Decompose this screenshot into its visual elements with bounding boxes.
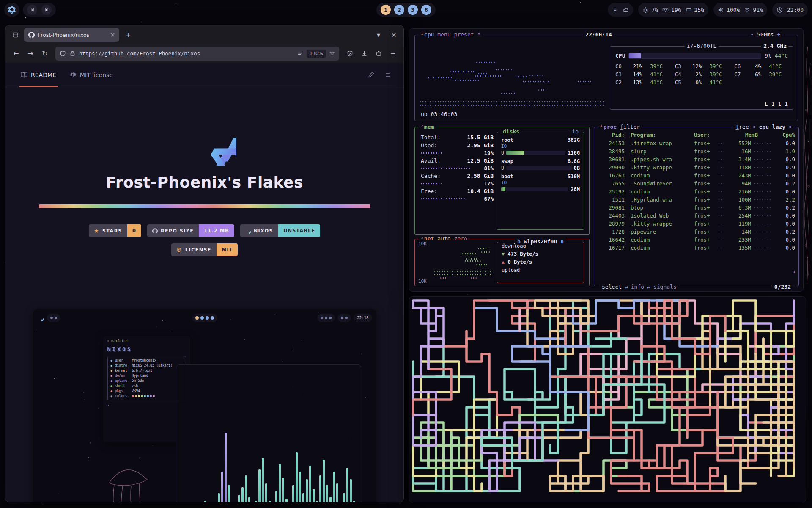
iface-prev-button[interactable]: b <box>517 238 521 245</box>
process-row[interactable]: 24403Isolated Webfros+254M0.0 <box>598 212 795 220</box>
system-stats-widget[interactable]: 7% 19% 25% <box>638 3 708 17</box>
speaker-icon <box>718 7 724 13</box>
reader-mode-icon[interactable] <box>297 50 303 57</box>
process-row[interactable]: 30681.pipes.sh-wrafros+3.4M0.9 <box>598 155 795 163</box>
shot-status-bar: 22:18 <box>37 313 372 323</box>
fetch-info-box: ●userfrostphoenix●distroNixOS 24.05 (Uak… <box>107 356 186 400</box>
hamburger-menu-icon[interactable] <box>387 47 399 60</box>
badge-license[interactable]: ©LICENSEMIT <box>171 243 238 256</box>
browser-tab[interactable]: Frost-Phoenix/nixos × <box>24 28 119 42</box>
back-button[interactable]: ← <box>10 47 22 60</box>
proc-sort-label[interactable]: cpu lazy <box>759 124 786 130</box>
shot-clock: 22:18 <box>354 314 372 322</box>
nixos-menu-button[interactable] <box>4 3 19 17</box>
memory-stat: 19% <box>662 7 681 13</box>
badges-row-2: ©LICENSEMIT <box>171 243 238 256</box>
audio-network-widget[interactable]: 100% 91% <box>713 3 767 17</box>
process-row[interactable]: 7655.SoundWireSerfros+94M0.2 <box>598 179 795 188</box>
badge-stars[interactable]: ★STARS0 <box>89 224 141 237</box>
process-row[interactable]: 16717codiumfros+135M0.0 <box>598 244 795 252</box>
cpu-total-percent: 9% <box>765 52 771 59</box>
fetch-row: ●userfrostphoenix <box>111 359 183 362</box>
process-row[interactable]: 38495slurpfros+16M1.9 <box>598 147 795 155</box>
window-close-button[interactable]: × <box>387 28 400 41</box>
btop-window: ¹ cpu menu preset * 22:00:14 - 500ms + u… <box>409 28 804 292</box>
proc-signals-button[interactable]: signals <box>653 284 677 290</box>
proc-filter-button[interactable]: filter <box>620 124 640 130</box>
mem-stat-row: Avail:12.5 GiB <box>421 157 494 165</box>
workspace-button-3[interactable]: 3 <box>408 5 418 15</box>
proc-tree-button[interactable]: tree <box>735 124 749 130</box>
badge-repo-size[interactable]: REPO SIZE11.2 MB <box>147 224 234 237</box>
extensions-icon[interactable] <box>372 47 385 60</box>
scroll-down-indicator[interactable]: ↓ <box>793 268 796 275</box>
workspace-button-1[interactable]: 1 <box>381 5 391 15</box>
cpu-detail-box: i7-6700TE 2.4 GHz CPU 9% 44°C C021%39°CC… <box>610 46 793 110</box>
net-history-graph <box>434 243 494 280</box>
badge-nixos[interactable]: NIXOSUNSTABLE <box>240 224 320 237</box>
proc-box-title[interactable]: proc <box>604 124 617 130</box>
ublock-shield-icon[interactable] <box>343 47 356 60</box>
bookmark-star-icon[interactable]: ☆ <box>329 50 335 57</box>
proc-footer-actions: select ↵ info ↵ signals <box>599 284 679 290</box>
url-bar[interactable]: https://github.com/Frost-Phoenix/nixos 1… <box>55 47 339 61</box>
tab-close-icon[interactable]: × <box>110 31 115 38</box>
zoom-indicator[interactable]: 130% <box>307 50 326 58</box>
disk-entry-root: root382G <box>501 137 580 143</box>
cpu-box-title[interactable]: cpu <box>424 31 434 38</box>
iface-next-button[interactable]: n <box>560 238 564 245</box>
download-icon[interactable] <box>358 47 370 60</box>
media-previous-button[interactable] <box>27 5 37 15</box>
skip-next-icon <box>44 8 49 12</box>
io-mode-button[interactable]: io <box>570 128 580 135</box>
process-row[interactable]: 16763codiumfros+243M0.0 <box>598 171 795 179</box>
process-row[interactable]: 1511.Hyprland-wrafros+100M2.2 <box>598 196 795 204</box>
process-row[interactable]: 24153.firefox-wrapfros+552M0.0 <box>598 139 795 147</box>
process-row[interactable]: 1728pipewirefros+14M0.2 <box>598 228 795 236</box>
mem-box-title[interactable]: mem <box>424 124 434 130</box>
lock-icon[interactable] <box>69 50 76 57</box>
net-auto-button[interactable]: auto <box>437 235 450 242</box>
volume-stat: 100% <box>718 7 740 13</box>
tab-list-chevron-icon[interactable]: ▾ <box>372 28 385 41</box>
process-row[interactable]: 25192codiumfros+216M0.0 <box>598 188 795 196</box>
btop-preset-button[interactable]: preset * <box>454 31 481 38</box>
disks-box-title[interactable]: disks <box>503 128 519 135</box>
upload-speed: 0 Byte/s <box>508 259 532 265</box>
cpu-frequency-label: 2.4 GHz <box>761 43 789 49</box>
proc-select-button[interactable]: select <box>602 284 622 290</box>
net-zero-button[interactable]: zero <box>454 235 467 242</box>
tracking-protection-shield-icon[interactable] <box>60 50 66 57</box>
forward-button[interactable]: → <box>24 47 37 60</box>
disks-list: root382GIOU116Gswap8.8GU0Bboot510MIO28M <box>497 132 584 192</box>
cloud-icon <box>623 7 629 13</box>
nixos-ascii-art: NIXOS <box>107 346 186 352</box>
core-stat-C7: C76%39°C <box>734 71 788 79</box>
edit-pencil-icon[interactable] <box>365 69 377 81</box>
reload-button[interactable]: ↻ <box>38 47 51 60</box>
clock-widget[interactable]: 22:00 <box>772 3 808 17</box>
media-next-button[interactable] <box>41 5 52 15</box>
disk-icon <box>686 7 692 13</box>
firefox-view-icon[interactable] <box>9 28 22 41</box>
new-tab-button[interactable]: + <box>122 28 134 41</box>
outline-list-icon[interactable] <box>381 69 393 81</box>
tab-readme[interactable]: README <box>16 63 61 87</box>
process-row[interactable]: 29081btopfros+6.3M0.2 <box>598 204 795 212</box>
process-row[interactable]: 28979.kitty-wrappefros+119M0.0 <box>598 220 795 228</box>
sort-right-arrow[interactable]: > <box>789 124 792 130</box>
process-row[interactable]: 29090.kitty-wrappefros+118M0.9 <box>598 163 795 171</box>
proc-info-button[interactable]: info <box>631 284 644 290</box>
cpu-model-label: i7-6700TE <box>685 43 719 49</box>
btop-menu-button[interactable]: menu <box>437 31 450 38</box>
workspace-button-2[interactable]: 2 <box>394 5 404 15</box>
shot-nixos-icon <box>37 315 44 321</box>
workspace-button-8[interactable]: 8 <box>421 5 431 15</box>
tab-license[interactable]: MIT license <box>65 63 118 87</box>
weather-widget[interactable] <box>608 3 633 17</box>
btop-interval-control[interactable]: - 500ms + <box>749 31 782 38</box>
process-row[interactable]: 16642codiumfros+233M0.0 <box>598 236 795 244</box>
fetch-colors-row: ●colors <box>111 394 183 398</box>
sort-left-arrow[interactable]: < <box>752 124 756 130</box>
mem-stat-row: Total:15.5 GiB <box>421 133 494 141</box>
